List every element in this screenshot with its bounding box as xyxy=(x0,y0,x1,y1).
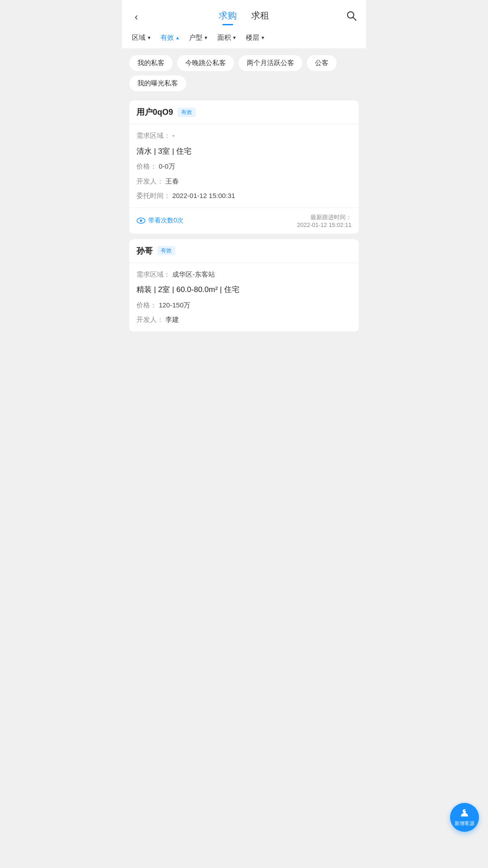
header-tabs: 求购 求租 xyxy=(219,9,269,25)
developer-row-2: 开发人： 李建 xyxy=(136,315,352,325)
filter-bar: 区域 ▼ 有效 ▲ 户型 ▼ 面积 ▼ 楼层 ▼ xyxy=(122,27,366,49)
status-badge: 有效 xyxy=(178,108,196,117)
back-button[interactable]: ‹ xyxy=(131,9,141,25)
chevron-down-icon: ▼ xyxy=(204,35,208,40)
filter-valid[interactable]: 有效 ▲ xyxy=(158,32,183,44)
card-1-body: 需求区域： - 清水 | 3室 | 住宅 价格： 0-0万 开发人： 王春 委托… xyxy=(129,124,359,208)
property-type-row: 清水 | 3室 | 住宅 xyxy=(136,146,352,157)
svg-point-3 xyxy=(140,220,142,222)
latest-time: 最新跟进时间： 2022-01-12 15:02:11 xyxy=(297,213,352,228)
header: ‹ 求购 求租 xyxy=(122,0,366,27)
cards-container: 用户0qO9 有效 需求区域： - 清水 | 3室 | 住宅 价格： 0-0万 … xyxy=(122,96,366,336)
tab-rent[interactable]: 求租 xyxy=(251,9,269,25)
chevron-down-icon: ▼ xyxy=(261,35,265,40)
card-1-header: 用户0qO9 有效 xyxy=(129,100,359,124)
svg-line-1 xyxy=(353,18,356,21)
card-2-body: 需求区域： 成华区-东客站 精装 | 2室 | 60.0-80.0m² | 住宅… xyxy=(129,263,359,332)
card-2[interactable]: 孙哥 有效 需求区域： 成华区-东客站 精装 | 2室 | 60.0-80.0m… xyxy=(129,239,359,332)
filter-layout[interactable]: 户型 ▼ xyxy=(186,32,211,44)
tag-public[interactable]: 公客 xyxy=(307,55,337,71)
view-count[interactable]: 带看次数0次 xyxy=(136,217,183,225)
card-2-header: 孙哥 有效 xyxy=(129,239,359,263)
demand-area-row: 需求区域： - xyxy=(136,131,352,141)
chevron-down-icon: ▼ xyxy=(147,35,151,40)
tag-tonight[interactable]: 今晚跳公私客 xyxy=(177,55,234,71)
price-row: 价格： 0-0万 xyxy=(136,161,352,172)
tab-buy[interactable]: 求购 xyxy=(219,9,237,25)
card-1-footer: 带看次数0次 最新跟进时间： 2022-01-12 15:02:11 xyxy=(129,208,359,234)
eye-icon xyxy=(136,217,145,224)
status-badge-2: 有效 xyxy=(157,246,175,255)
developer-row: 开发人： 王春 xyxy=(136,176,352,187)
search-button[interactable] xyxy=(346,10,357,24)
filter-area-size[interactable]: 面积 ▼ xyxy=(215,32,239,44)
price-row-2: 价格： 120-150万 xyxy=(136,300,352,311)
card-1-title: 用户0qO9 xyxy=(136,107,173,118)
filter-floor[interactable]: 楼层 ▼ xyxy=(243,32,268,44)
property-type-row-2: 精装 | 2室 | 60.0-80.0m² | 住宅 xyxy=(136,284,352,296)
chevron-up-icon: ▲ xyxy=(175,35,180,40)
commission-row: 委托时间： 2022-01-12 15:00:31 xyxy=(136,191,352,201)
card-1[interactable]: 用户0qO9 有效 需求区域： - 清水 | 3室 | 住宅 价格： 0-0万 … xyxy=(129,100,359,234)
chevron-down-icon: ▼ xyxy=(232,35,237,40)
tag-section: 我的私客 今晚跳公私客 两个月活跃公客 公客 我的曝光私客 xyxy=(122,49,366,96)
tag-two-month[interactable]: 两个月活跃公客 xyxy=(239,55,302,71)
filter-area[interactable]: 区域 ▼ xyxy=(129,32,154,44)
tag-private[interactable]: 我的私客 xyxy=(129,55,173,71)
card-2-title: 孙哥 xyxy=(136,245,153,256)
tag-exposure[interactable]: 我的曝光私客 xyxy=(129,75,186,91)
demand-area-row-2: 需求区域： 成华区-东客站 xyxy=(136,269,352,280)
